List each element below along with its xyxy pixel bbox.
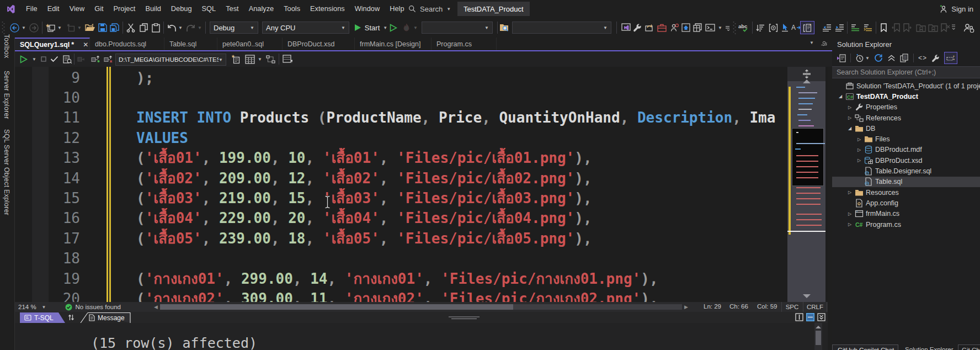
tab-tsql[interactable]: T-SQL (20, 312, 65, 323)
terminal-dropdown[interactable]: ▼ (717, 18, 723, 38)
tree-expander-collapsed[interactable]: ▷ (855, 147, 863, 152)
message-scrollbar-thumb[interactable] (816, 331, 821, 345)
minimap[interactable] (787, 67, 825, 302)
code-line-10[interactable] (136, 88, 828, 108)
tree-item-solution-testdata-product-1-of-1-project[interactable]: Solution 'TestDATA_Product' (1 of 1 proj… (832, 81, 980, 91)
tree-item-program-cs[interactable]: ▷C#Program.cs (832, 219, 980, 230)
menu-window[interactable]: Window (350, 0, 385, 18)
solution-platform-combobox[interactable]: Any CPU▼ (262, 22, 349, 34)
panel-tab-solution-explorer[interactable]: Solution Explorer (902, 344, 956, 350)
scrollbar-down-arrow[interactable] (802, 294, 811, 299)
uncomment-lines-icon[interactable] (862, 18, 874, 38)
tab-frmmain-design[interactable]: frmMain.cs [Design] (355, 38, 432, 50)
copy-button[interactable] (138, 18, 149, 38)
scroll-right-arrow[interactable]: ▶ (684, 304, 688, 310)
previous-bookmark-icon[interactable] (890, 18, 901, 38)
open-in-visual-studio-button[interactable] (620, 18, 631, 38)
spell-check-icon[interactable]: abc (737, 18, 749, 38)
sidebar-tab-sql-server-object-explorer[interactable]: SQL Server Object Explorer (3, 129, 10, 215)
tab-program-cs[interactable]: Program.cs (432, 38, 497, 50)
tree-item-db[interactable]: ◢DB (832, 123, 980, 134)
scroll-left-arrow[interactable]: ◀ (154, 304, 158, 310)
tab-table-sql[interactable]: Table.sql (164, 38, 217, 50)
connect-database-button[interactable] (77, 51, 87, 67)
menu-project[interactable]: Project (109, 0, 141, 18)
open-file-button[interactable] (84, 18, 96, 38)
parse-check-button[interactable] (50, 51, 58, 67)
properties-wrench-icon[interactable] (931, 54, 940, 62)
execute-query-button[interactable] (20, 51, 28, 67)
tree-expander-collapsed[interactable]: ▷ (855, 158, 863, 163)
show-all-files-button[interactable] (944, 52, 957, 64)
tree-item-files[interactable]: ▷Files (832, 134, 980, 144)
shrink-toolbar-icon[interactable] (724, 18, 732, 38)
code-line-18[interactable] (136, 248, 828, 268)
toolbox-icon[interactable] (656, 18, 667, 38)
solution-explorer-search-input[interactable]: Search Solution Explorer (Ctrl+;) (832, 66, 980, 78)
code-line-16[interactable]: ('เสื้อ04', 229.00, 20, 'เสื้อ04', 'File… (136, 208, 828, 228)
tab-message[interactable]: Message (80, 312, 131, 323)
new-query-button[interactable] (231, 51, 241, 67)
database-connection-combobox[interactable]: D:\T_MEGA\GITHUBCODE\C#\TES▼ (115, 54, 226, 66)
health-check-icon[interactable] (65, 304, 72, 311)
menu-debug[interactable]: Debug (166, 0, 197, 18)
run-without-debugging-button[interactable] (388, 18, 398, 38)
code-line-14[interactable]: ('เสื้อ02', 209.00, 12, 'เสื้อ02', 'File… (136, 168, 828, 188)
next-bookmark-in-folder-icon[interactable] (927, 18, 939, 38)
message-vertical-scrollbar[interactable] (814, 323, 822, 350)
undo-dropdown[interactable]: ▼ (178, 18, 183, 38)
cut-button[interactable] (125, 18, 136, 38)
tree-expander-collapsed[interactable]: ▷ (846, 105, 854, 110)
query-options-button[interactable] (63, 51, 72, 67)
settings-wrench-icon[interactable] (632, 18, 643, 38)
tree-expander-expanded[interactable]: ◢ (846, 126, 854, 131)
tree-item-properties[interactable]: ▷Properties (832, 102, 980, 113)
tab-list-dropdown[interactable]: ▼ (809, 40, 814, 45)
scrollbar-thumb[interactable] (160, 304, 513, 310)
redo-dropdown[interactable]: ▼ (197, 18, 203, 38)
sidebar-tab-server-explorer[interactable]: Server Explorer (3, 71, 10, 119)
menu-build[interactable]: Build (140, 0, 166, 18)
display-estimated-plan-button[interactable] (245, 51, 255, 67)
panel-tab-copilot-chat[interactable]: GitHub Copilot Chat (832, 344, 898, 350)
toolbar-grip[interactable] (732, 18, 737, 38)
toolbar-combobox-1[interactable]: ▼ (422, 22, 493, 34)
tree-item-resources[interactable]: ▷Resources (832, 187, 980, 198)
copy-with-formatting-button[interactable] (800, 21, 814, 34)
tree-item-references[interactable]: ▷References (832, 113, 980, 123)
add-item-button[interactable] (65, 18, 76, 38)
terminal-icon[interactable] (705, 18, 716, 38)
tab-options-gear-icon[interactable] (821, 39, 828, 46)
issues-status[interactable]: No issues found (76, 304, 121, 310)
code-line-19[interactable]: ('กางเกง01', 299.00, 14, 'กางเกง01', 'Fi… (136, 269, 828, 289)
paste-button[interactable] (150, 18, 161, 38)
collapse-all-icon[interactable] (887, 54, 896, 62)
select-mode-cursor-icon[interactable] (779, 18, 790, 38)
tree-expander-collapsed[interactable]: ▷ (846, 190, 854, 195)
line-ending-indicator[interactable]: CRLF (803, 302, 827, 312)
tree-expander-collapsed[interactable]: ▷ (846, 115, 854, 120)
navigate-forward-button[interactable] (28, 18, 39, 38)
comment-lines-icon[interactable] (850, 18, 861, 38)
sync-refresh-icon[interactable] (643, 18, 654, 38)
refresh-icon[interactable] (874, 54, 883, 62)
live-share-icon[interactable] (962, 18, 976, 38)
panel-tab-git-changes[interactable]: Git Ch (958, 344, 980, 350)
code-line-17[interactable]: ('เสื้อ05', 239.00, 18, 'เสื้อ05', 'File… (136, 229, 828, 248)
switch-views-icon[interactable] (837, 54, 846, 62)
tab-sqlquery1[interactable]: SQLQuery1.sql* ✕ (15, 38, 90, 50)
tree-item-frmmain-cs[interactable]: ▷frmMain.cs (832, 209, 980, 219)
toolbar-combobox-2[interactable]: ▼ (512, 22, 611, 34)
code-line-11[interactable]: INSERT INTO Products (ProductName, Price… (136, 108, 828, 128)
tree-item-table-designer-sql[interactable]: Table.Designer.sql (832, 166, 980, 176)
hot-reload-dropdown[interactable]: ▼ (413, 18, 418, 38)
code-line-20[interactable]: ('กางเกง02', 309.00, 11, 'กางเกง02', 'Fi… (136, 289, 828, 302)
clear-bookmarks-icon[interactable] (939, 18, 951, 38)
undo-button[interactable] (166, 18, 177, 38)
query-designer-button[interactable] (266, 51, 275, 67)
new-project-dropdown[interactable]: ▼ (57, 18, 62, 38)
previous-bookmark-in-folder-icon[interactable] (915, 18, 927, 38)
decrease-indent-icon[interactable] (821, 18, 832, 38)
solution-configuration-combobox[interactable]: Debug▼ (210, 22, 258, 34)
tree-expander-collapsed[interactable]: ▷ (846, 222, 854, 227)
